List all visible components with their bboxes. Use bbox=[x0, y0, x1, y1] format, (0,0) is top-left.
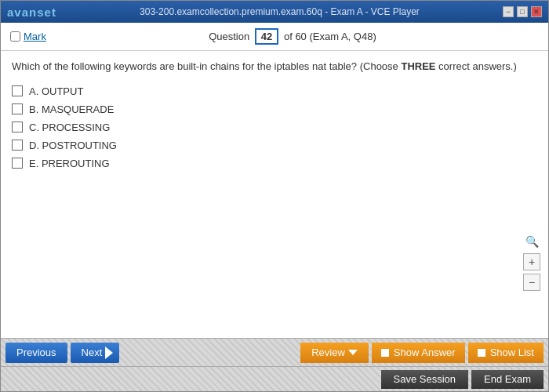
review-arrow-icon bbox=[348, 350, 358, 355]
checkbox-d[interactable] bbox=[12, 140, 23, 151]
checkbox-c[interactable] bbox=[12, 122, 23, 132]
checkbox-e[interactable] bbox=[12, 158, 23, 169]
mark-checkbox-area[interactable]: Mark bbox=[10, 31, 46, 42]
question-header: Mark Question 42 of 60 (Exam A, Q48) bbox=[1, 23, 548, 51]
checkbox-a[interactable] bbox=[12, 85, 23, 96]
main-content: Which of the following keywords are buil… bbox=[1, 51, 548, 338]
question-text: Which of the following keywords are buil… bbox=[12, 59, 537, 74]
option-label-e: E. PREROUTING bbox=[29, 158, 110, 169]
option-label-b: B. MASQUERADE bbox=[29, 103, 114, 115]
close-button[interactable]: ✕ bbox=[531, 6, 542, 17]
checkbox-b[interactable] bbox=[12, 103, 23, 114]
save-session-button[interactable]: Save Session bbox=[381, 370, 469, 389]
next-label: Next bbox=[82, 347, 103, 358]
next-arrow-icon bbox=[105, 347, 113, 359]
bottom-toolbar: Previous Next Review Show Answer Show Li… bbox=[1, 338, 548, 366]
end-exam-button[interactable]: End Exam bbox=[471, 370, 544, 389]
question-of-label: of 60 (Exam A, Q48) bbox=[284, 31, 376, 42]
maximize-button[interactable]: □ bbox=[517, 6, 528, 17]
mark-label[interactable]: Mark bbox=[24, 31, 46, 42]
next-button[interactable]: Next bbox=[71, 343, 120, 363]
option-row-b[interactable]: B. MASQUERADE bbox=[12, 103, 537, 115]
question-number-box: 42 bbox=[255, 28, 278, 45]
option-row-a[interactable]: A. OUTPUT bbox=[12, 85, 537, 97]
option-row-e[interactable]: E. PREROUTING bbox=[12, 158, 537, 169]
titlebar: avanset 303-200.examcollection.premium.e… bbox=[1, 1, 548, 23]
question-text-before: Which of the following keywords are buil… bbox=[12, 60, 401, 72]
app-logo: avanset bbox=[7, 5, 56, 19]
show-list-label: Show List bbox=[490, 347, 534, 358]
minimize-button[interactable]: − bbox=[503, 6, 514, 17]
option-row-c[interactable]: C. PROCESSING bbox=[12, 122, 537, 133]
option-label-d: D. POSTROUTING bbox=[29, 140, 117, 151]
show-answer-button[interactable]: Show Answer bbox=[372, 343, 465, 363]
logo-part-b: set bbox=[37, 5, 56, 19]
question-label: Question bbox=[209, 31, 249, 42]
logo-part-a: avan bbox=[7, 5, 37, 19]
zoom-in-button[interactable]: + bbox=[523, 253, 540, 270]
footer-bar: Save Session End Exam bbox=[1, 366, 548, 391]
show-answer-label: Show Answer bbox=[394, 347, 456, 358]
show-list-icon bbox=[478, 349, 485, 357]
review-label: Review bbox=[311, 347, 345, 358]
show-list-button[interactable]: Show List bbox=[468, 343, 544, 363]
question-text-after: correct answers.) bbox=[436, 60, 517, 72]
main-window: avanset 303-200.examcollection.premium.e… bbox=[0, 0, 549, 392]
mark-checkbox[interactable] bbox=[10, 31, 20, 42]
zoom-out-button[interactable]: − bbox=[523, 274, 540, 291]
option-row-d[interactable]: D. POSTROUTING bbox=[12, 140, 537, 151]
option-label-a: A. OUTPUT bbox=[29, 85, 83, 97]
sidebar-controls: 🔍 + − bbox=[523, 233, 540, 291]
option-label-c: C. PROCESSING bbox=[29, 122, 110, 133]
search-icon[interactable]: 🔍 bbox=[523, 233, 540, 250]
previous-button[interactable]: Previous bbox=[5, 343, 67, 363]
window-controls: − □ ✕ bbox=[503, 6, 542, 17]
review-button[interactable]: Review bbox=[300, 343, 369, 363]
question-number-area: Question 42 of 60 (Exam A, Q48) bbox=[46, 28, 539, 45]
question-text-bold: THREE bbox=[401, 60, 435, 72]
window-title: 303-200.examcollection.premium.exam.60q … bbox=[56, 6, 503, 17]
show-answer-icon bbox=[381, 349, 389, 357]
